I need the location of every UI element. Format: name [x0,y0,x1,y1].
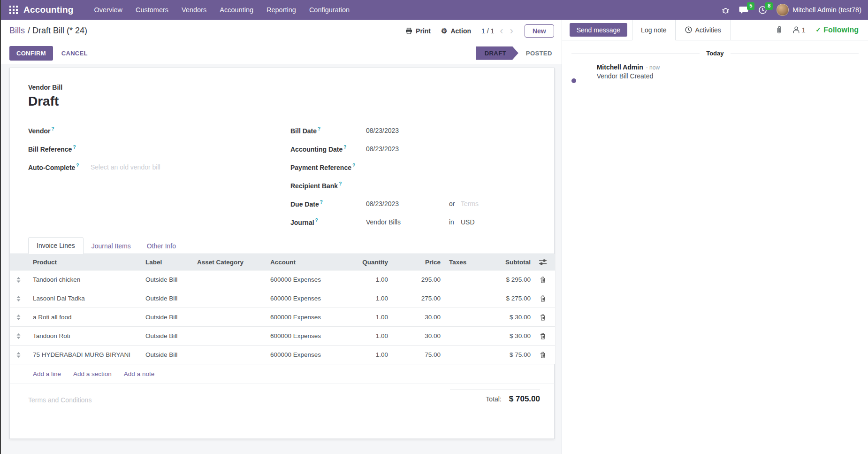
send-message-button[interactable]: Send message [570,23,627,37]
cell-account[interactable]: 600000 Expenses [270,314,341,321]
drag-handle-icon[interactable] [10,352,27,358]
messages-icon[interactable]: 5 [739,6,749,15]
drag-handle-icon[interactable] [10,296,27,301]
due-date-field[interactable]: 08/23/2023 [366,200,449,208]
cell-quantity[interactable]: 1.00 [341,295,390,302]
nav-item-vendors[interactable]: Vendors [175,0,213,20]
cell-account[interactable]: 600000 Expenses [270,295,341,302]
cell-price[interactable]: 75.00 [390,351,442,358]
delete-row-icon[interactable] [531,333,555,339]
nav-item-configuration[interactable]: Configuration [303,0,356,20]
tab-other-info[interactable]: Other Info [139,238,184,254]
bill-date-field[interactable]: 08/23/2023 [366,127,449,134]
activities-button[interactable]: Activities [676,20,731,40]
confirm-button[interactable]: CONFIRM [9,46,53,61]
cell-product[interactable]: Lasooni Dal Tadka [27,295,145,302]
col-subtotal[interactable]: Subtotal [485,259,531,266]
help-icon[interactable]: ? [343,145,346,150]
help-icon[interactable]: ? [320,200,323,205]
nav-item-reporting[interactable]: Reporting [260,0,303,20]
attach-files-icon[interactable] [776,26,783,34]
user-menu[interactable]: Mitchell Admin (test78) [777,4,861,16]
optional-columns-icon[interactable] [531,259,555,265]
col-label[interactable]: Label [145,259,197,266]
cell-product[interactable]: Tandoori chicken [27,276,145,283]
delete-row-icon[interactable] [531,314,555,321]
help-icon[interactable]: ? [318,126,320,131]
auto-complete-field[interactable] [91,163,184,171]
cell-label[interactable]: Outside Bill [145,295,197,302]
nav-item-customers[interactable]: Customers [129,0,175,20]
payment-terms-field[interactable] [461,200,512,208]
delete-row-icon[interactable] [531,295,555,302]
delete-row-icon[interactable] [531,352,555,358]
pager-next-icon[interactable]: › [509,26,514,36]
table-row[interactable]: 75 HYDERABADI MURG BIRYANI Outside Bill … [10,346,555,364]
cell-quantity[interactable]: 1.00 [341,332,390,339]
accounting-date-field[interactable]: 08/23/2023 [366,145,449,153]
cell-price[interactable]: 30.00 [390,332,442,339]
delete-row-icon[interactable] [531,277,555,283]
status-draft[interactable]: DRAFT [476,46,518,60]
status-posted[interactable]: POSTED [518,46,554,60]
recipient-bank-field[interactable] [366,181,460,190]
table-row[interactable]: a Roti all food Outside Bill 600000 Expe… [10,308,555,327]
drag-handle-icon[interactable] [10,333,27,339]
cell-account[interactable]: 600000 Expenses [270,276,341,283]
col-taxes[interactable]: Taxes [442,259,485,266]
payment-reference-field[interactable] [366,162,460,172]
print-button[interactable]: Print [405,27,431,35]
help-icon[interactable]: ? [51,126,54,131]
cell-price[interactable]: 295.00 [390,276,442,283]
cell-price[interactable]: 275.00 [390,295,442,302]
cell-quantity[interactable]: 1.00 [341,314,390,321]
pager-prev-icon[interactable]: ‹ [499,26,504,36]
add-a-section-link[interactable]: Add a section [73,370,112,377]
new-button[interactable]: New [525,24,554,38]
cell-label[interactable]: Outside Bill [145,332,197,339]
cell-product[interactable]: a Roti all food [27,314,145,321]
bill-reference-field[interactable] [91,144,184,154]
table-row[interactable]: Tandoori Roti Outside Bill 600000 Expens… [10,327,555,346]
journal-field[interactable]: Vendor Bills [366,218,449,226]
following-button[interactable]: ✓ Following [815,26,859,34]
add-a-line-link[interactable]: Add a line [33,370,61,377]
apps-menu-icon[interactable] [4,0,23,20]
app-name[interactable]: Accounting [23,5,74,15]
col-quantity[interactable]: Quantity [341,259,390,266]
cell-quantity[interactable]: 1.00 [341,351,390,358]
col-asset-category[interactable]: Asset Category [197,259,270,266]
cell-label[interactable]: Outside Bill [145,314,197,321]
help-icon[interactable]: ? [76,163,79,168]
followers-button[interactable]: 1 [793,26,806,34]
drag-handle-icon[interactable] [10,315,27,320]
chatter-message[interactable]: Mitchell Admin - now Vendor Bill Created [571,63,859,83]
table-row[interactable]: Lasooni Dal Tadka Outside Bill 600000 Ex… [10,289,555,308]
help-icon[interactable]: ? [339,181,342,186]
nav-item-accounting[interactable]: Accounting [213,0,260,20]
help-icon[interactable]: ? [315,218,318,223]
table-row[interactable]: Tandoori chicken Outside Bill 600000 Exp… [10,270,555,289]
cell-product[interactable]: 75 HYDERABADI MURG BIRYANI [27,351,145,358]
cell-price[interactable]: 30.00 [390,314,442,321]
log-note-tab[interactable]: Log note [632,20,676,40]
tab-journal-items[interactable]: Journal Items [84,238,139,254]
tab-invoice-lines[interactable]: Invoice Lines [28,237,84,254]
drag-handle-icon[interactable] [10,277,27,283]
vendor-field[interactable] [91,126,184,135]
add-a-note-link[interactable]: Add a note [124,370,154,377]
terms-and-conditions-field[interactable] [28,396,225,404]
currency-field[interactable]: USD [461,218,475,226]
col-product[interactable]: Product [27,259,145,266]
nav-item-overview[interactable]: Overview [88,0,129,20]
activities-clock-icon[interactable]: 8 [758,6,767,15]
cell-account[interactable]: 600000 Expenses [270,351,341,358]
col-price[interactable]: Price [390,259,442,266]
message-author[interactable]: Mitchell Admin [597,63,643,71]
cell-account[interactable]: 600000 Expenses [270,332,341,339]
help-icon[interactable]: ? [352,163,355,168]
cell-label[interactable]: Outside Bill [145,351,197,358]
cell-label[interactable]: Outside Bill [145,276,197,283]
breadcrumb-bills-link[interactable]: Bills [9,26,25,36]
cell-quantity[interactable]: 1.00 [341,276,390,283]
